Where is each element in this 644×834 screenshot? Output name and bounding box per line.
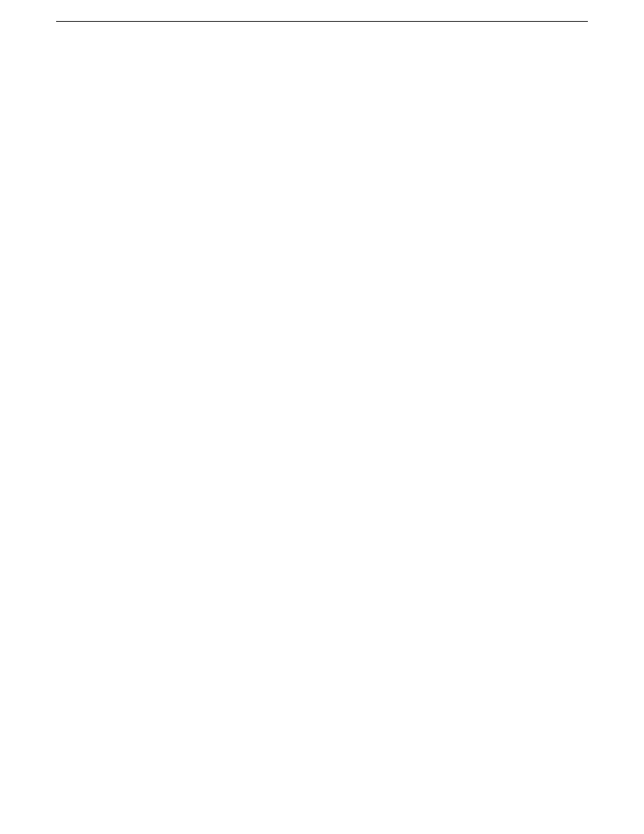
page-rule [56,21,588,22]
